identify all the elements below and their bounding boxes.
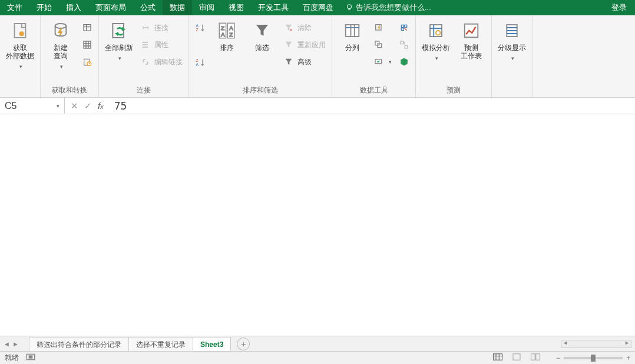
svg-rect-5: [84, 41, 91, 48]
status-bar: 就绪 − +: [0, 351, 635, 364]
horizontal-scrollbar[interactable]: [561, 340, 631, 348]
reapply-button[interactable]: 重新应用: [281, 37, 328, 52]
sort-button[interactable]: ZAAZ 排序: [210, 18, 243, 54]
sort-asc-button[interactable]: AZ: [193, 20, 208, 35]
svg-text:Z: Z: [229, 31, 233, 38]
filter-button[interactable]: 筛选: [246, 18, 279, 54]
tab-baidu[interactable]: 百度网盘: [296, 0, 340, 15]
forecast-icon: [461, 20, 482, 41]
funnel-icon: [252, 20, 273, 41]
grid-icon: [82, 39, 92, 50]
sort-icon: ZAAZ: [216, 20, 237, 41]
connections-button[interactable]: 连接: [138, 20, 185, 35]
edit-links-button[interactable]: 编辑链接: [138, 54, 185, 70]
zoom-out-button[interactable]: −: [556, 354, 560, 362]
svg-rect-8: [113, 24, 124, 38]
funnel-clear-icon: [283, 22, 294, 33]
tab-file[interactable]: 文件: [0, 0, 29, 15]
view-pagelayout-button[interactable]: [510, 352, 523, 364]
file-icon: [9, 20, 31, 41]
flash-fill-button[interactable]: [371, 20, 394, 35]
show-queries-button[interactable]: [80, 20, 95, 35]
tab-home[interactable]: 开始: [29, 0, 59, 15]
accept-formula-button[interactable]: ✓: [84, 101, 92, 111]
sort-desc-button[interactable]: ZA: [193, 55, 208, 70]
add-sheet-button[interactable]: +: [237, 337, 250, 350]
tab-layout[interactable]: 页面布局: [88, 0, 133, 15]
formula-input[interactable]: 75: [110, 100, 127, 112]
sheet-tab[interactable]: Sheet3: [193, 337, 231, 351]
svg-text:A: A: [196, 62, 199, 67]
sheet-tab[interactable]: 选择不重复记录: [128, 337, 193, 351]
duplicates-icon: [373, 39, 384, 50]
group-label: 排序和筛选: [193, 84, 328, 97]
svg-rect-1: [15, 24, 26, 38]
chain-icon: [140, 57, 151, 67]
forecast-button[interactable]: 预测 工作表: [455, 18, 488, 62]
properties-button[interactable]: 属性: [138, 37, 185, 52]
data-validation-button[interactable]: ▾: [371, 54, 394, 70]
get-external-data-button[interactable]: 获取 外部数据▾: [4, 18, 37, 73]
from-table-button[interactable]: [80, 37, 95, 52]
sheet-tab[interactable]: 筛选出符合条件的部分记录: [29, 337, 129, 351]
view-pagebreak-button[interactable]: [529, 352, 542, 364]
tab-data[interactable]: 数据: [163, 0, 192, 15]
tab-insert[interactable]: 插入: [59, 0, 88, 15]
text-to-columns-button[interactable]: 分列: [336, 18, 369, 54]
outline-button[interactable]: 分级显示▾: [495, 18, 528, 65]
columns-icon: [342, 20, 363, 41]
table-icon: [82, 22, 92, 33]
svg-point-3: [55, 24, 67, 28]
chevron-down-icon: ▾: [57, 103, 59, 109]
menu-tabs: 文件 开始 插入 页面布局 公式 数据 审阅 视图 开发工具 百度网盘 告诉我您…: [0, 0, 635, 15]
svg-text:A: A: [221, 31, 225, 38]
tell-me-search[interactable]: 告诉我您想要做什么...: [345, 2, 431, 13]
svg-text:A: A: [229, 25, 233, 31]
fx-button[interactable]: fx: [98, 101, 104, 111]
lightbulb-icon: [345, 4, 353, 12]
svg-rect-4: [84, 25, 91, 31]
remove-duplicates-button[interactable]: [371, 37, 394, 52]
zoom-slider[interactable]: [564, 357, 623, 359]
svg-point-2: [19, 31, 24, 36]
recent-icon: [82, 57, 92, 67]
tab-review[interactable]: 审阅: [192, 0, 221, 15]
whatif-button[interactable]: 模拟分析▾: [419, 18, 452, 65]
zoom-in-button[interactable]: +: [626, 354, 630, 362]
tab-view[interactable]: 视图: [221, 0, 251, 15]
link-icon: [140, 22, 151, 33]
svg-rect-24: [401, 41, 404, 44]
macro-icon[interactable]: [26, 353, 35, 362]
sort-az-icon: AZ: [195, 22, 206, 33]
new-query-button[interactable]: 新建 查询▾: [44, 18, 77, 73]
consolidate-icon: [399, 22, 409, 33]
cancel-formula-button[interactable]: ✕: [71, 101, 78, 111]
funnel-refresh-icon: [283, 39, 294, 50]
cube-icon: [399, 57, 409, 67]
tab-formula[interactable]: 公式: [133, 0, 163, 15]
tab-dev[interactable]: 开发工具: [251, 0, 296, 15]
consolidate-button[interactable]: [396, 20, 412, 35]
outline-icon: [501, 20, 522, 41]
sheet-nav[interactable]: ◄►: [4, 340, 19, 348]
clear-filter-button[interactable]: 清除: [281, 20, 328, 35]
advanced-filter-button[interactable]: 高级: [281, 54, 328, 70]
name-box[interactable]: C5▾: [0, 98, 65, 114]
svg-rect-28: [465, 24, 478, 38]
manage-model-button[interactable]: [396, 54, 412, 70]
flash-icon: [373, 22, 384, 33]
svg-rect-35: [536, 354, 540, 360]
svg-text:Z: Z: [221, 25, 224, 31]
recent-sources-button[interactable]: [80, 54, 95, 70]
group-label: 数据工具: [336, 84, 412, 97]
view-normal-button[interactable]: [491, 352, 504, 364]
funnel-gear-icon: [283, 57, 294, 67]
group-label: 预测: [419, 84, 488, 97]
svg-text:Z: Z: [196, 58, 199, 62]
refresh-all-button[interactable]: 全部刷新▾: [102, 18, 135, 65]
relationships-button[interactable]: [396, 37, 412, 52]
svg-rect-32: [493, 354, 502, 360]
formula-bar: C5▾ ✕ ✓ fx 75: [0, 98, 635, 114]
login-button[interactable]: 登录: [603, 2, 635, 13]
relations-icon: [399, 39, 409, 50]
